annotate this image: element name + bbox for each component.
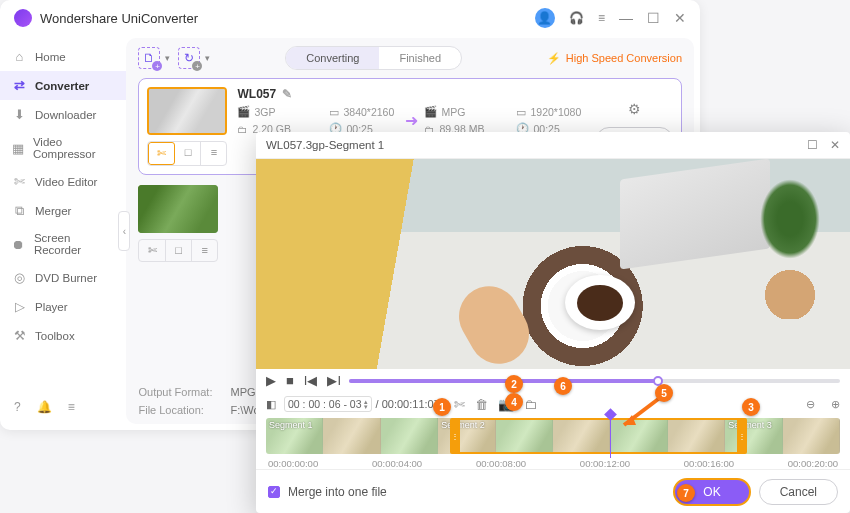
edit-name-icon[interactable]: ✎ xyxy=(282,87,292,101)
sidebar-item-label: Player xyxy=(35,301,68,313)
hamburger-icon[interactable]: ≡ xyxy=(68,400,75,414)
selection-range[interactable] xyxy=(455,418,742,454)
file-location-label: File Location: xyxy=(138,404,216,416)
menu-icon[interactable]: ≡ xyxy=(598,11,605,25)
total-time: / 00:00:11:07 xyxy=(376,398,440,410)
converter-icon: ⇄ xyxy=(12,78,27,93)
record-icon: ⏺ xyxy=(12,237,26,252)
sidebar-item-player[interactable]: ▷Player xyxy=(0,292,126,321)
maximize-button[interactable]: ☐ xyxy=(807,138,818,152)
maximize-button[interactable]: ☐ xyxy=(647,10,660,26)
file-name: WL057 xyxy=(237,87,276,101)
sidebar-item-dvd[interactable]: ◎DVD Burner xyxy=(0,263,126,292)
src-format: 🎬3GP xyxy=(237,105,307,118)
cut-tool-icon[interactable]: ✄ xyxy=(454,397,465,412)
video-icon: 🎬 xyxy=(424,105,437,118)
merger-icon: ⧉ xyxy=(12,203,27,218)
video-icon: 🎬 xyxy=(237,105,250,118)
sidebar-item-compressor[interactable]: ▦Video Compressor xyxy=(0,129,126,167)
tgt-resolution: ▭1920*1080 xyxy=(516,105,586,118)
high-speed-toggle[interactable]: ⚡ High Speed Conversion xyxy=(547,52,682,65)
time-marker-icon[interactable]: ◧ xyxy=(266,398,276,411)
sidebar-item-label: Video Compressor xyxy=(33,136,115,160)
annotation-arrow xyxy=(616,395,666,438)
app-title: Wondershare UniConverter xyxy=(40,11,198,26)
close-button[interactable]: ✕ xyxy=(830,138,840,152)
prev-frame-button[interactable]: I◀ xyxy=(304,373,318,388)
annotation-7: 7 xyxy=(677,484,695,502)
zoom-in-button[interactable]: ⊕ xyxy=(831,398,840,411)
video-thumbnail[interactable] xyxy=(147,87,227,135)
playhead[interactable] xyxy=(610,414,611,458)
editor-title: WL057.3gp-Segment 1 xyxy=(266,139,384,151)
sidebar-item-label: Screen Recorder xyxy=(34,232,115,256)
play-button[interactable]: ▶ xyxy=(266,373,276,388)
cancel-button[interactable]: Cancel xyxy=(759,479,838,505)
add-url-button[interactable]: ↻+ xyxy=(178,47,200,69)
annotation-6: 6 xyxy=(554,377,572,395)
sidebar-item-label: Merger xyxy=(35,205,71,217)
sidebar-item-toolbox[interactable]: ⚒Toolbox xyxy=(0,321,126,350)
annotation-4: 4 xyxy=(505,393,523,411)
tick-label: 00:00:00:00 xyxy=(268,458,318,469)
help-icon[interactable]: ? xyxy=(14,400,21,414)
download-icon: ⬇ xyxy=(12,107,27,122)
selection-end-handle[interactable]: ⋮ xyxy=(737,418,747,454)
folder-tool-icon[interactable]: 🗀 xyxy=(524,397,537,412)
time-input[interactable]: 00 : 00 : 06 - 03▴▾ xyxy=(284,396,372,412)
segment-label: Segment 1 xyxy=(269,420,313,430)
annotation-1: 1 xyxy=(433,398,451,416)
stop-button[interactable]: ■ xyxy=(286,373,294,388)
headset-icon[interactable]: 🎧 xyxy=(569,11,584,25)
folder-icon: 🗀 xyxy=(237,123,248,135)
video-preview[interactable] xyxy=(256,159,850,369)
sidebar-item-label: DVD Burner xyxy=(35,272,97,284)
sidebar-item-home[interactable]: ⌂Home xyxy=(0,42,126,71)
minimize-button[interactable]: — xyxy=(619,10,633,26)
close-button[interactable]: ✕ xyxy=(674,10,686,26)
next-frame-button[interactable]: ▶I xyxy=(327,373,341,388)
bell-icon[interactable]: 🔔 xyxy=(37,400,52,414)
trim-editor-window: WL057.3gp-Segment 1 ☐ ✕ ▶ ■ I◀ ▶I ◧ 00 :… xyxy=(256,132,850,513)
sidebar: ⌂Home ⇄Converter ⬇Downloader ▦Video Comp… xyxy=(0,36,126,430)
more-button[interactable]: ≡ xyxy=(192,240,217,261)
sidebar-item-label: Downloader xyxy=(35,109,96,121)
sidebar-item-converter[interactable]: ⇄Converter xyxy=(0,71,126,100)
more-button[interactable]: ≡ xyxy=(201,142,226,165)
sidebar-item-label: Toolbox xyxy=(35,330,75,342)
selection-start-handle[interactable]: ⋮ xyxy=(450,418,460,454)
trim-button[interactable]: ✄ xyxy=(148,142,175,165)
tick-label: 00:00:20:00 xyxy=(788,458,838,469)
status-tabs: Converting Finished xyxy=(285,46,462,70)
playback-progress[interactable] xyxy=(349,379,840,383)
sidebar-item-merger[interactable]: ⧉Merger xyxy=(0,196,126,225)
tab-finished[interactable]: Finished xyxy=(379,47,461,69)
sidebar-item-video-editor[interactable]: ✄Video Editor xyxy=(0,167,126,196)
sidebar-item-label: Converter xyxy=(35,80,89,92)
merge-checkbox[interactable] xyxy=(268,486,280,498)
tick-label: 00:00:12:00 xyxy=(580,458,630,469)
video-thumbnail[interactable] xyxy=(138,185,218,233)
dvd-icon: ◎ xyxy=(12,270,27,285)
sidebar-item-downloader[interactable]: ⬇Downloader xyxy=(0,100,126,129)
annotation-5: 5 xyxy=(655,384,673,402)
login-avatar-icon[interactable]: 👤 xyxy=(535,8,555,28)
tick-label: 00:00:08:00 xyxy=(476,458,526,469)
tick-label: 00:00:16:00 xyxy=(684,458,734,469)
zoom-out-button[interactable]: ⊖ xyxy=(806,398,815,411)
tab-converting[interactable]: Converting xyxy=(286,47,379,69)
crop-button[interactable]: □ xyxy=(166,240,192,261)
collapse-sidebar-handle[interactable]: ‹ xyxy=(118,211,130,251)
crop-button[interactable]: □ xyxy=(175,142,201,165)
annotation-3: 3 xyxy=(742,398,760,416)
toolbox-icon: ⚒ xyxy=(12,328,27,343)
chevron-down-icon[interactable]: ▾ xyxy=(165,53,170,63)
sidebar-item-recorder[interactable]: ⏺Screen Recorder xyxy=(0,225,126,263)
add-file-button[interactable]: 🗋+ xyxy=(138,47,160,69)
trim-button[interactable]: ✄ xyxy=(139,240,165,261)
sidebar-item-label: Home xyxy=(35,51,66,63)
delete-tool-icon[interactable]: 🗑 xyxy=(475,397,488,412)
output-settings-icon[interactable]: ⚙ xyxy=(628,101,641,117)
timeline[interactable]: Segment 1 Segment 2 Segment 3 ⋮ ⋮ 00:00:… xyxy=(266,418,840,469)
chevron-down-icon[interactable]: ▾ xyxy=(205,53,210,63)
